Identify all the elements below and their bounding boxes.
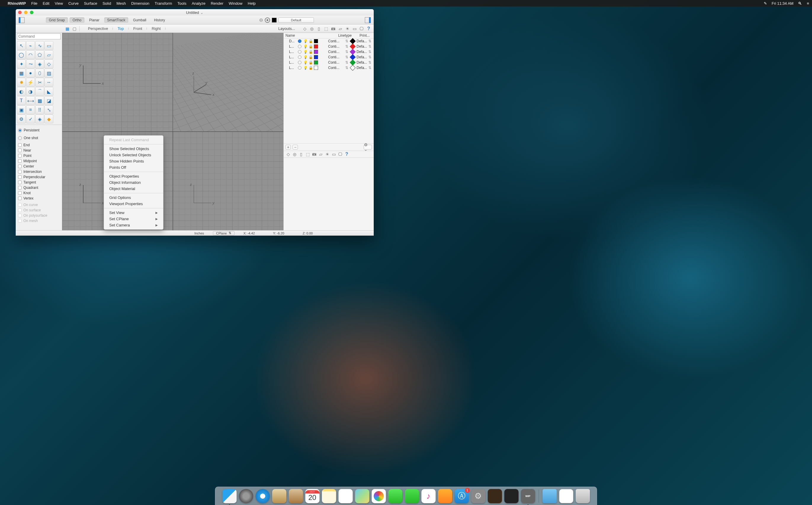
dock-mail[interactable] (272, 489, 286, 503)
menu-tools[interactable]: Tools (177, 1, 186, 6)
dock-sculpt[interactable] (504, 489, 519, 503)
tool-plane[interactable]: ▱ (44, 50, 53, 59)
ctx-unlock-selected[interactable]: Unlock Selected Objects (104, 152, 163, 158)
left-panel-toggle-icon[interactable] (19, 17, 25, 23)
panel2-layer-stack-icon[interactable]: ◇ (285, 152, 291, 157)
layer-row[interactable]: L...💡🔒Conti...⇅Defa...⇅ (284, 49, 374, 54)
layouts-button[interactable]: Layouts... (278, 26, 295, 31)
tool-cylinder[interactable]: ⬯ (35, 69, 44, 77)
osnap-persistent-radio[interactable]: Persistent (16, 126, 62, 134)
menu-edit[interactable]: Edit (43, 1, 49, 6)
ctx-set-camera[interactable]: Set Camera▶ (104, 222, 163, 228)
smarttrack-button[interactable]: SmartTrack (104, 17, 129, 23)
menu-surface[interactable]: Surface (84, 1, 97, 6)
osnap-tangent[interactable]: Tangent (18, 180, 59, 185)
zoom-button[interactable] (30, 11, 33, 14)
right-panel-toggle-icon[interactable] (365, 17, 371, 23)
tool-sphere[interactable]: ● (26, 69, 35, 77)
dock-folder[interactable] (543, 489, 557, 503)
tool-block[interactable]: ▣ (17, 106, 26, 114)
lock-icon[interactable]: ⊖ (259, 17, 263, 23)
menu-dimension[interactable]: Dimension (131, 1, 149, 6)
status-cplane-select[interactable]: CPlane ⇅ (213, 231, 235, 235)
dock-calendar[interactable]: OCT20 (305, 489, 319, 503)
osnap-end[interactable]: End (18, 142, 59, 148)
osnap-perpendicular[interactable]: Perpendicular (18, 174, 59, 180)
tab-right[interactable]: Right (147, 26, 165, 31)
ortho-button[interactable]: Ortho (70, 17, 85, 23)
menu-transform[interactable]: Transform (155, 1, 172, 6)
layer-settings-button[interactable]: ⚙︎ ⌄ (364, 145, 372, 150)
osnap-oneshot-radio[interactable]: One shot (16, 134, 62, 142)
tool-mesh[interactable]: ▨ (44, 69, 53, 77)
ctx-object-properties[interactable]: Object Properties (104, 173, 163, 179)
tool-surface[interactable]: ◈ (35, 59, 44, 68)
cube-icon[interactable]: ⬚ (323, 26, 329, 31)
dock-document[interactable] (559, 489, 573, 503)
tool-fillet[interactable]: ⌒ (35, 87, 44, 96)
dock-affinity[interactable] (488, 489, 502, 503)
layer-stack-icon[interactable]: ◇ (302, 26, 307, 31)
tool-polygon[interactable]: ⬠ (35, 50, 44, 59)
dock-notes[interactable] (322, 489, 336, 503)
ctx-viewport-properties[interactable]: Viewport Properties (104, 201, 163, 207)
layer-row[interactable]: L...💡🔒Conti...⇅Defa...⇅ (284, 65, 374, 70)
gridsnap-button[interactable]: Grid Snap (46, 17, 68, 23)
gumball-button[interactable]: Gumball (130, 17, 149, 23)
dock-rhino[interactable]: WIP (521, 489, 535, 503)
osnap-near[interactable]: Near (18, 148, 59, 153)
current-layer-select[interactable]: Default (278, 17, 314, 23)
ctx-object-material[interactable]: Object Material (104, 186, 163, 192)
minimize-button[interactable] (24, 11, 27, 14)
tool-select[interactable]: ↖ (17, 41, 26, 50)
tool-transform[interactable]: ⤡ (44, 106, 53, 114)
panel2-monitor-icon[interactable]: 🖵 (337, 152, 343, 157)
command-input[interactable] (17, 33, 61, 39)
script-status-icon[interactable]: ✎ (764, 1, 767, 6)
panel2-rect-icon[interactable]: ▭ (331, 152, 336, 157)
tab-top[interactable]: Top (113, 26, 129, 31)
tool-hatch[interactable]: ▩ (35, 96, 44, 105)
history-button[interactable]: History (151, 17, 168, 23)
dock-finder[interactable] (223, 489, 237, 503)
layers-col-print[interactable]: Print... (360, 33, 372, 38)
tool-polyline[interactable]: ⌁ (26, 41, 35, 50)
page-icon[interactable]: ▯ (316, 26, 321, 31)
ctx-object-information[interactable]: Object Information (104, 179, 163, 186)
camera-icon[interactable]: 📷︎ (330, 26, 336, 31)
tool-analyze-1[interactable]: ⚙︎ (17, 115, 26, 124)
menu-window[interactable]: Window (229, 1, 242, 6)
menu-view[interactable]: View (55, 1, 63, 6)
layers-col-linetype[interactable]: Linetype (338, 33, 360, 38)
panel2-help-icon[interactable]: ? (344, 152, 350, 157)
layers-col-name[interactable]: Name (285, 33, 302, 38)
tool-join[interactable]: ⚡ (26, 78, 35, 87)
tool-render-1[interactable]: ◈ (35, 115, 44, 124)
tool-boolean[interactable]: ◐ (17, 87, 26, 96)
tool-explode[interactable]: ✸ (17, 78, 26, 87)
dock-maps[interactable] (355, 489, 369, 503)
ctx-points-off[interactable]: Points Off (104, 164, 163, 170)
viewport-top[interactable]: y x (62, 33, 173, 132)
shape-icon[interactable]: ▱ (337, 26, 343, 31)
osnap-knot[interactable]: Knot (18, 190, 59, 196)
osnap-point[interactable]: Point (18, 153, 59, 158)
layer-row[interactable]: D...💡🔒Conti...⇅Defa...⇅ (284, 38, 374, 44)
dock-ibooks[interactable] (438, 489, 452, 503)
tab-front[interactable]: Front (129, 26, 147, 31)
remove-layer-button[interactable]: − (293, 145, 298, 150)
single-view-icon[interactable]: ▢ (72, 26, 77, 31)
planar-button[interactable]: Planar (86, 17, 103, 23)
dock-photos[interactable] (372, 489, 386, 503)
tool-curve[interactable]: ∿ (35, 41, 44, 50)
four-view-icon[interactable]: ▦ (64, 26, 70, 31)
panel2-material-icon[interactable]: ◎ (292, 152, 297, 157)
viewport-perspective[interactable]: z y x (173, 33, 284, 132)
osnap-center[interactable]: Center (18, 164, 59, 169)
menubar-list-icon[interactable]: ≡ (807, 1, 809, 6)
ctx-set-cplane[interactable]: Set CPlane▶ (104, 216, 163, 222)
tool-loft[interactable]: ◇ (44, 59, 53, 68)
ctx-show-hidden-points[interactable]: Show Hidden Points (104, 158, 163, 164)
panel2-camera-icon[interactable]: 📷︎ (311, 152, 317, 157)
tool-bool2[interactable]: ◑ (26, 87, 35, 96)
